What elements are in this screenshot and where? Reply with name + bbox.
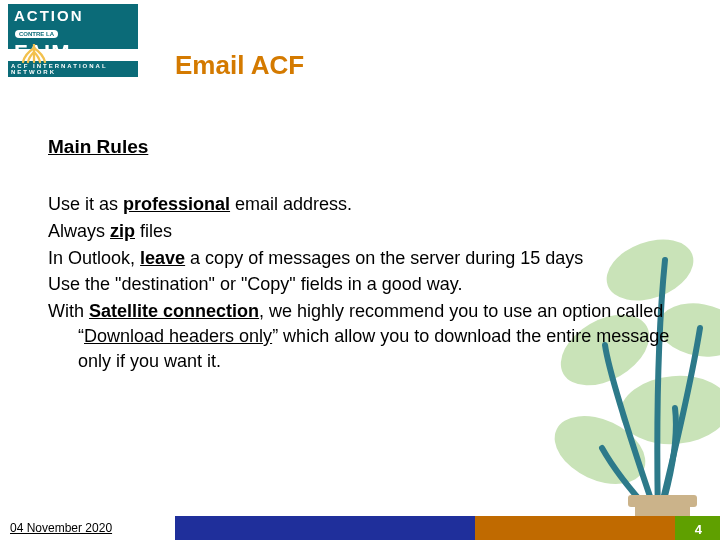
slide-title: Email ACF: [175, 50, 304, 81]
rule-4: Use the "destination" or "Copy" fields i…: [48, 272, 680, 297]
rules-list: Use it as professional email address. Al…: [48, 192, 680, 374]
rule-5: With Satellite connection, we highly rec…: [48, 299, 680, 373]
footer-blue-segment: [175, 516, 475, 540]
rule-2: Always zip files: [48, 219, 680, 244]
logo-pill: CONTRE LA: [15, 30, 58, 38]
logo-line1: ACTION: [14, 7, 84, 24]
content-area: Main Rules Use it as professional email …: [48, 136, 680, 374]
acf-logo: ACTION CONTRE LA FAIM ACF INTERNATIONAL …: [8, 4, 138, 68]
page-number: 4: [695, 522, 702, 537]
svg-point-4: [544, 403, 656, 498]
footer-date: 04 November 2020: [0, 516, 175, 540]
slide: ACTION CONTRE LA FAIM ACF INTERNATIONAL …: [0, 0, 720, 540]
svg-point-3: [617, 371, 720, 448]
section-heading: Main Rules: [48, 136, 680, 158]
rule-1: Use it as professional email address.: [48, 192, 680, 217]
logo-roots-icon: [20, 44, 48, 64]
footer-orange-segment: [475, 516, 675, 540]
rule-3: In Outlook, leave a copy of messages on …: [48, 246, 680, 271]
svg-rect-6: [628, 495, 697, 507]
footer-bar: 04 November 2020: [0, 516, 720, 540]
